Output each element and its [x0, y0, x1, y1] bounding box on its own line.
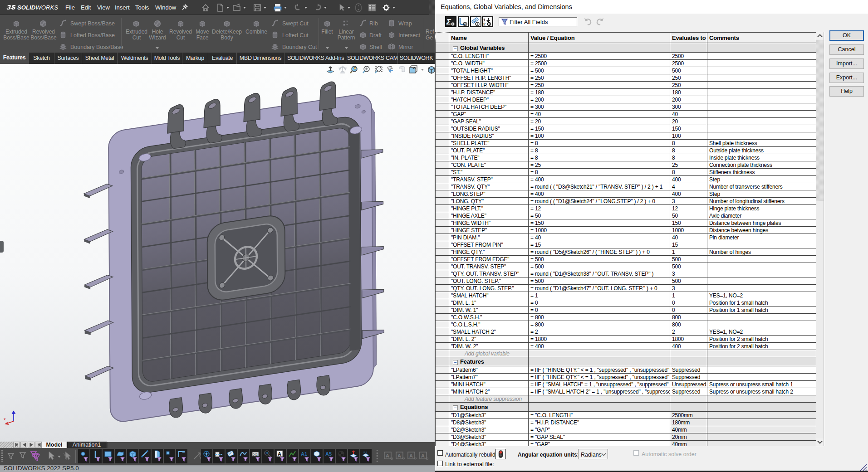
- svg-text:SOLIDWORKS: SOLIDWORKS: [17, 4, 58, 11]
- svg-text:A5: A5: [325, 451, 332, 457]
- svg-text:003: 003: [253, 453, 258, 456]
- svg-text:A1: A1: [301, 451, 307, 457]
- svg-text:A: A: [386, 453, 389, 458]
- svg-text:A: A: [397, 453, 401, 458]
- svg-text:A: A: [421, 453, 425, 458]
- svg-text:N: N: [266, 452, 268, 455]
- svg-text:A: A: [409, 453, 413, 458]
- svg-text:2: 2: [483, 22, 485, 26]
- svg-text:A: A: [278, 451, 281, 457]
- svg-text:x: x: [4, 417, 6, 421]
- svg-text:Σ: Σ: [446, 18, 451, 26]
